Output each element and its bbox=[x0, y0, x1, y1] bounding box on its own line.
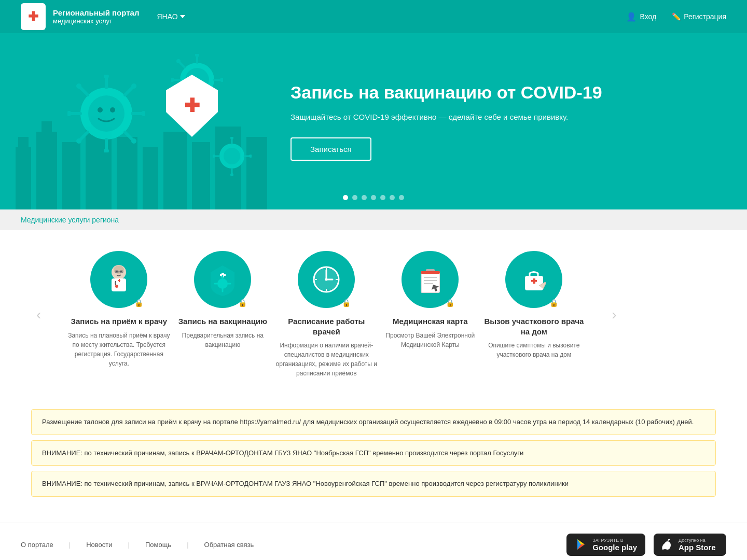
header-title-sub: медицинских услуг bbox=[53, 17, 139, 25]
dot-2[interactable] bbox=[352, 195, 357, 200]
services-bar: Медицинские услуги региона bbox=[0, 209, 747, 230]
google-play-icon bbox=[575, 538, 587, 551]
virus-small-icon bbox=[213, 137, 252, 176]
dot-1[interactable] bbox=[343, 195, 348, 200]
svg-point-20 bbox=[67, 111, 72, 116]
header-title-main: Региональный портал bbox=[53, 8, 139, 17]
lock-icon: 🔒 bbox=[134, 299, 143, 307]
notice-2: ВНИМАНИЕ: по технический причинам, запис… bbox=[31, 440, 716, 466]
service-schedule-icon-wrap: 🔒 bbox=[298, 251, 355, 308]
svg-rect-9 bbox=[163, 132, 187, 209]
notice-3: ВНИМАНИЕ: по технический причинам, запис… bbox=[31, 471, 716, 497]
hero-dots bbox=[343, 195, 404, 200]
services-row: ‹ bbox=[31, 251, 716, 378]
svg-point-65 bbox=[115, 285, 118, 288]
svg-point-79 bbox=[325, 278, 327, 281]
footer: О портале | Новости | Помощь | Обратная … bbox=[0, 523, 747, 561]
svg-point-32 bbox=[110, 107, 115, 113]
chevron-down-icon bbox=[180, 15, 185, 18]
google-play-badge[interactable]: ЗАГРУЗИТЕ В Google play bbox=[566, 534, 645, 556]
hero-content: Запись на вакцинацию от COVID-19 Защищай… bbox=[280, 61, 747, 181]
service-home-doctor-icon-wrap: 🔒 bbox=[505, 251, 562, 308]
footer-link-news[interactable]: Новости bbox=[86, 541, 112, 549]
service-schedule-title: Расписание работы врачей bbox=[274, 316, 378, 337]
notice-1: Размещение талонов для записи на приём к… bbox=[31, 409, 716, 435]
service-doctor-desc: Запись на плановый приём к врачу по мест… bbox=[67, 331, 171, 368]
footer-link-feedback[interactable]: Обратная связь bbox=[204, 541, 254, 549]
footer-link-about[interactable]: О портале bbox=[21, 541, 53, 549]
google-play-name: Google play bbox=[592, 543, 637, 552]
svg-point-22 bbox=[141, 111, 145, 116]
service-vaccine-title: Запись на вакцинацию bbox=[178, 316, 267, 327]
svg-point-52 bbox=[230, 173, 233, 176]
service-doctor[interactable]: 🔒 Запись на приём к врачу Запись на план… bbox=[67, 251, 171, 368]
svg-point-70 bbox=[217, 278, 228, 289]
service-home-doctor[interactable]: 🔒 Вызов участкового врача на дом Опишите… bbox=[482, 251, 586, 359]
lock-icon-2: 🔒 bbox=[238, 299, 247, 307]
vaccine-icon bbox=[206, 263, 240, 297]
svg-point-24 bbox=[76, 83, 81, 89]
svg-point-31 bbox=[98, 107, 103, 113]
svg-rect-1 bbox=[18, 137, 29, 147]
medical-card-icon bbox=[413, 263, 447, 297]
login-button[interactable]: 👤 Вход bbox=[626, 12, 656, 22]
app-store-badge[interactable]: Доступно на App Store bbox=[654, 534, 726, 556]
dot-4[interactable] bbox=[371, 195, 376, 200]
prev-arrow-button[interactable]: ‹ bbox=[31, 301, 46, 328]
header: ✚ Региональный портал медицинских услуг … bbox=[0, 0, 747, 33]
dot-3[interactable] bbox=[362, 195, 367, 200]
svg-line-43 bbox=[179, 62, 185, 67]
hero-subtitle: Защищайтесь от COVID-19 эффективно — сде… bbox=[290, 111, 716, 123]
schedule-icon bbox=[310, 263, 343, 297]
footer-links: О портале | Новости | Помощь | Обратная … bbox=[21, 541, 254, 549]
virus-large-icon bbox=[67, 75, 145, 152]
svg-rect-90 bbox=[421, 271, 440, 274]
service-schedule-desc: Информация о наличии врачей-специалистов… bbox=[274, 341, 378, 378]
svg-point-14 bbox=[88, 95, 125, 132]
region-selector[interactable]: ЯНАО bbox=[157, 12, 185, 21]
dot-5[interactable] bbox=[380, 195, 385, 200]
doctor-icon bbox=[102, 263, 136, 297]
lock-icon-5: 🔒 bbox=[549, 299, 558, 307]
pencil-icon: ✏️ bbox=[672, 12, 681, 21]
svg-point-48 bbox=[224, 148, 240, 164]
dot-7[interactable] bbox=[399, 195, 404, 200]
home-doctor-icon bbox=[517, 263, 551, 297]
svg-point-28 bbox=[131, 83, 136, 89]
hero-register-button[interactable]: Записаться bbox=[290, 137, 371, 161]
dot-6[interactable] bbox=[390, 195, 395, 200]
app-store-name: App Store bbox=[679, 543, 716, 552]
region-label: ЯНАО bbox=[157, 12, 177, 21]
service-med-card[interactable]: 🔒 Медицинская карта Просмотр Вашей Элект… bbox=[378, 251, 482, 349]
notices-section: Размещение талонов для записи на приём к… bbox=[0, 399, 747, 523]
google-play-top: ЗАГРУЗИТЕ В bbox=[592, 538, 637, 543]
register-button[interactable]: ✏️ Регистрация bbox=[672, 12, 726, 21]
svg-rect-3 bbox=[42, 121, 52, 132]
svg-rect-8 bbox=[143, 147, 158, 209]
logo: ✚ bbox=[21, 3, 46, 30]
svg-point-18 bbox=[104, 148, 109, 152]
service-vaccine[interactable]: 🔒 Запись на вакцинацию Предварительная з… bbox=[171, 251, 274, 349]
service-doctor-title: Запись на приём к врачу bbox=[71, 316, 167, 327]
svg-point-42 bbox=[220, 78, 223, 82]
svg-line-27 bbox=[125, 88, 132, 95]
svg-point-26 bbox=[131, 138, 136, 144]
footer-link-help[interactable]: Помощь bbox=[145, 541, 171, 549]
service-schedule[interactable]: 🔒 Расписание работы врачей Информация о … bbox=[274, 251, 378, 378]
svg-rect-2 bbox=[36, 132, 57, 209]
google-play-text: ЗАГРУЗИТЕ В Google play bbox=[592, 538, 637, 552]
hero-title: Запись на вакцинацию от COVID-19 bbox=[290, 82, 716, 103]
svg-rect-67 bbox=[119, 279, 120, 282]
service-med-card-icon-wrap: 🔒 bbox=[402, 251, 459, 308]
svg-point-16 bbox=[104, 75, 109, 79]
app-store-text: Доступно на App Store bbox=[679, 538, 716, 552]
svg-rect-94 bbox=[533, 278, 535, 284]
cross-icon: ✚ bbox=[184, 95, 200, 117]
service-home-doctor-desc: Опишите симптомы и вызовите участкового … bbox=[482, 341, 586, 359]
logo-cross-icon: ✚ bbox=[28, 9, 38, 24]
svg-rect-0 bbox=[16, 147, 31, 209]
next-arrow-button[interactable]: › bbox=[606, 301, 621, 328]
hero-banner: ✚ Запись на вакцинацию от COVID-19 Защищ… bbox=[0, 33, 747, 209]
svg-point-56 bbox=[249, 155, 252, 158]
svg-point-50 bbox=[230, 137, 233, 139]
